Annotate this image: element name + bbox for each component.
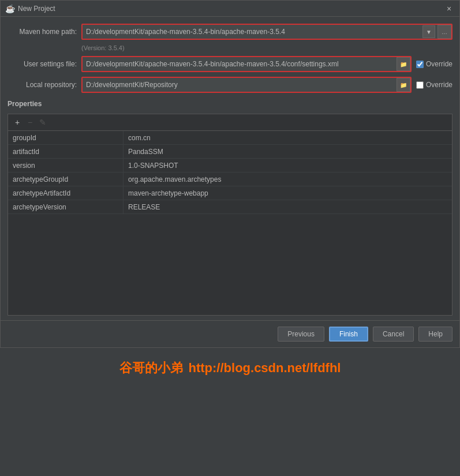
maven-home-input[interactable] (83, 25, 420, 39)
maven-home-row: Maven home path: ▼ … (8, 24, 452, 40)
user-settings-browse-button[interactable]: 📁 (397, 57, 410, 71)
finish-button[interactable]: Finish (329, 327, 368, 342)
table-row: groupIdcom.cn (8, 131, 452, 145)
new-project-dialog: ☕ New Project × Maven home path: ▼ … (Ve… (0, 0, 460, 348)
prop-key: groupId (8, 131, 124, 144)
table-row: archetypeVersionRELEASE (8, 200, 452, 214)
remove-property-button[interactable]: − (24, 117, 36, 128)
properties-section: + − ✎ groupIdcom.cnartifactIdPandaSSMver… (8, 114, 452, 316)
maven-home-browse-button[interactable]: … (437, 25, 451, 39)
watermark-text: 谷哥的小弟 (119, 359, 183, 377)
prop-value: com.cn (124, 131, 452, 144)
user-settings-input[interactable] (83, 57, 394, 71)
prop-key: archetypeArtifactId (8, 186, 124, 200)
prop-key: version (8, 159, 124, 172)
maven-home-label: Maven home path: (8, 28, 77, 36)
prop-value: 1.0-SNAPSHOT (124, 159, 452, 172)
prop-value: org.apache.maven.archetypes (124, 173, 452, 186)
table-row: version1.0-SNAPSHOT (8, 159, 452, 173)
dialog-title: New Project (18, 5, 443, 13)
add-property-button[interactable]: + (12, 117, 23, 128)
watermark-link[interactable]: http://blog.csdn.net/lfdfhl (189, 361, 341, 376)
local-repo-override-checkbox[interactable]: Override (416, 81, 452, 89)
cancel-button[interactable]: Cancel (373, 327, 414, 342)
help-button[interactable]: Help (418, 327, 452, 342)
previous-button[interactable]: Previous (278, 327, 324, 342)
local-repo-browse-button[interactable]: 📁 (397, 78, 410, 92)
local-repo-label: Local repository: (8, 81, 77, 89)
properties-toolbar: + − ✎ (8, 114, 452, 131)
local-repo-row: Local repository: 📁 Override (8, 77, 452, 93)
edit-property-button[interactable]: ✎ (37, 117, 48, 128)
properties-table: groupIdcom.cnartifactIdPandaSSMversion1.… (8, 131, 452, 315)
prop-key: artifactId (8, 145, 124, 158)
prop-key: archetypeVersion (8, 200, 124, 213)
dialog-content: Maven home path: ▼ … (Version: 3.5.4) Us… (1, 17, 459, 320)
title-bar: ☕ New Project × (1, 1, 459, 17)
local-repo-input[interactable] (83, 78, 394, 92)
dialog-footer: Previous Finish Cancel Help (1, 320, 459, 347)
table-row: archetypeGroupIdorg.apache.maven.archety… (8, 173, 452, 186)
table-row: artifactIdPandaSSM (8, 145, 452, 159)
maven-home-dropdown-button[interactable]: ▼ (422, 25, 435, 38)
prop-value: maven-archetype-webapp (124, 186, 452, 200)
properties-section-title: Properties (8, 100, 452, 108)
dialog-icon: ☕ (5, 4, 14, 13)
version-text: (Version: 3.5.4) (81, 44, 452, 51)
prop-value: RELEASE (124, 200, 452, 213)
table-row: archetypeArtifactIdmaven-archetype-webap… (8, 186, 452, 200)
user-settings-label: User settings file: (8, 60, 77, 68)
prop-value: PandaSSM (124, 145, 452, 158)
user-settings-row: User settings file: 📁 Override (8, 56, 452, 72)
prop-key: archetypeGroupId (8, 173, 124, 186)
watermark: 谷哥的小弟 http://blog.csdn.net/lfdfhl (119, 359, 341, 377)
user-settings-override-checkbox[interactable]: Override (416, 60, 452, 68)
close-button[interactable]: × (443, 3, 455, 14)
